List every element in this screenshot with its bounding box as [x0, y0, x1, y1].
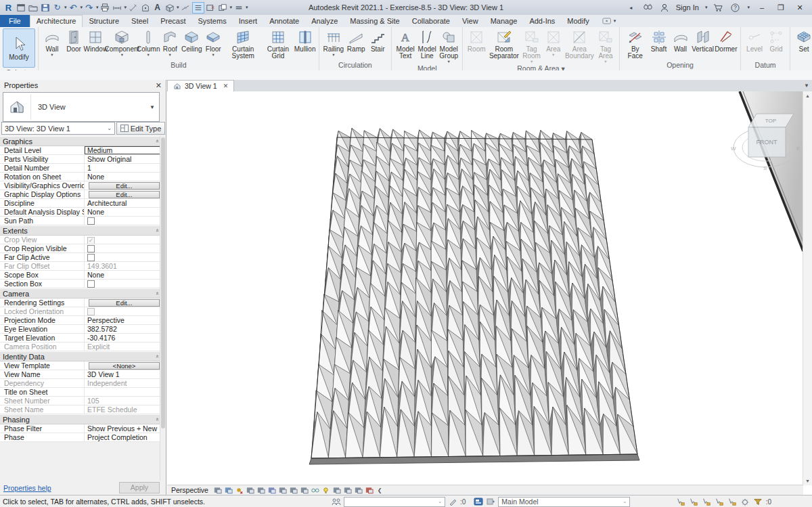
ribbon-tab-annotate[interactable]: Annotate [263, 15, 305, 27]
vertical-button[interactable]: Vertical [692, 28, 715, 53]
undo-dropdown-icon[interactable]: ▾ [81, 5, 83, 10]
properties-palette-header[interactable]: Properties ✕ [0, 80, 166, 91]
section-header-graphics[interactable]: Graphics« [0, 136, 161, 146]
view-scale-perspective[interactable]: Perspective [171, 486, 208, 494]
checkbox-far-clip-active[interactable] [87, 254, 95, 261]
show-crop-region-icon[interactable] [289, 486, 298, 494]
ribbon-tab-view[interactable]: View [456, 15, 484, 27]
stair-button[interactable]: Stair [367, 28, 388, 53]
ribbon-tab-file[interactable]: File [0, 15, 30, 27]
column-dropdown-icon[interactable]: ▾ [148, 53, 150, 57]
save-icon[interactable] [39, 1, 51, 14]
tag-by-category-icon[interactable] [139, 1, 151, 14]
crop-view-icon[interactable] [278, 486, 287, 494]
property-value[interactable] [85, 388, 161, 396]
sync-with-central-dropdown-icon[interactable]: ▾ [64, 5, 67, 10]
lighting-icon[interactable] [246, 486, 254, 494]
view-tab-list-icon[interactable]: ▼ [804, 80, 809, 91]
reveal-constraints-icon[interactable] [365, 486, 374, 494]
dormer-button[interactable]: Dormer [715, 28, 738, 53]
close-button[interactable]: ✕ [793, 3, 807, 12]
model-group-button[interactable]: Model Group▾ [438, 28, 459, 64]
wall-dropdown-icon[interactable]: ▾ [51, 53, 53, 57]
search-collapse-icon[interactable]: ◂ [625, 1, 637, 14]
ribbon-tab-systems[interactable]: Systems [191, 15, 232, 27]
customize-quick-access-toolbar-dropdown-icon[interactable]: ▾ [246, 5, 248, 10]
scroll-down-icon[interactable]: ▼ [803, 477, 812, 485]
properties-scrollbar[interactable] [160, 136, 166, 481]
edit-type-button[interactable]: Edit Type [116, 122, 165, 135]
edit-button[interactable]: Edit... [89, 191, 160, 198]
ribbon-tab-manage[interactable]: Manage [484, 15, 524, 27]
search-icon[interactable] [642, 1, 654, 14]
section-collapse-icon[interactable]: « [154, 355, 160, 357]
room-separator-button[interactable]: Room Separator [487, 28, 520, 60]
property-value[interactable] [85, 307, 161, 315]
edit-button[interactable]: Edit... [89, 182, 160, 190]
control-bar-collapse-icon[interactable]: ❮ [378, 487, 382, 493]
property-value[interactable]: ✓ [85, 236, 161, 244]
ribbon-tab-analyze[interactable]: Analyze [305, 15, 344, 27]
recent-documents-icon[interactable] [15, 1, 26, 14]
tag-area-dropdown-icon[interactable]: ▾ [604, 60, 606, 64]
render-icon[interactable] [267, 486, 276, 494]
wall-button[interactable]: Wall▾ [41, 28, 63, 57]
property-value[interactable] [85, 217, 161, 225]
drag-elements-on-selection-icon[interactable] [727, 498, 737, 506]
property-value[interactable]: Show Original [85, 155, 161, 163]
property-value[interactable]: Edit... [85, 299, 161, 307]
undo-icon[interactable]: ↶ [68, 1, 79, 14]
property-value[interactable]: None [85, 271, 161, 279]
property-value[interactable]: None [85, 173, 161, 181]
worksharing-display-icon[interactable] [332, 486, 341, 494]
railing-button[interactable]: Railing▾ [322, 28, 346, 57]
property-value[interactable]: Project Completion [85, 433, 161, 441]
edit-button[interactable]: Edit... [89, 299, 160, 307]
visual-style-icon[interactable] [224, 486, 233, 494]
minimize-button[interactable]: – [755, 3, 769, 12]
checkbox-crop-region-visible[interactable] [87, 245, 95, 252]
section-header-extents[interactable]: Extents« [0, 225, 161, 236]
ribbon-tab-add-ins[interactable]: Add-Ins [523, 15, 561, 27]
type-selector-dropdown-icon[interactable]: ▼ [150, 104, 155, 110]
switch-windows-dropdown-icon[interactable]: ▾ [230, 5, 233, 10]
switch-windows-icon[interactable] [217, 1, 229, 14]
property-value[interactable]: Independent [85, 379, 161, 387]
sign-in-dropdown-icon[interactable]: ▾ [705, 5, 708, 10]
set-button[interactable]: Set [793, 28, 812, 53]
shaft-button[interactable]: Shaft [648, 28, 670, 53]
area-dropdown-icon[interactable]: ▾ [552, 53, 554, 57]
help-icon[interactable]: ? [729, 1, 741, 14]
print-icon[interactable] [99, 1, 111, 14]
curtain-system-button[interactable]: Curtain System [224, 28, 262, 60]
modify-button[interactable]: Modify [3, 28, 35, 68]
3d-model-etfe-panel-surface[interactable]: W E S TOP FRONT [167, 91, 803, 485]
reveal-hidden-elements-icon[interactable] [321, 486, 330, 494]
shadows-icon[interactable] [256, 486, 265, 494]
revit-logo-icon[interactable]: R [3, 1, 14, 14]
text-note-icon[interactable]: A [152, 1, 163, 14]
ribbon-tab-massing-site[interactable]: Massing & Site [344, 15, 405, 27]
floor-dropdown-icon[interactable]: ▾ [212, 53, 215, 57]
close-inactive-windows-icon[interactable] [205, 1, 217, 14]
sync-with-central-icon[interactable]: ↻ [51, 1, 63, 14]
section-collapse-icon[interactable]: « [154, 418, 160, 420]
view-tab-3d-view-1[interactable]: 3D View 1 ✕ [167, 80, 234, 91]
property-value[interactable] [85, 253, 161, 261]
property-value[interactable]: 105 [85, 397, 161, 405]
ribbon-tab-insert[interactable]: Insert [233, 15, 264, 27]
customize-quick-access-toolbar-icon[interactable] [233, 1, 244, 14]
property-value[interactable]: 149.3601 [85, 262, 161, 270]
window-button[interactable]: Window [85, 28, 107, 53]
component-button[interactable]: Component▾ [107, 28, 138, 57]
section-header-camera[interactable]: Camera« [0, 288, 161, 299]
app-store-cart-icon[interactable] [713, 1, 724, 14]
door-button[interactable]: Door [63, 28, 85, 53]
locked-3d-view-icon[interactable] [300, 486, 309, 494]
apply-button[interactable]: Apply [119, 482, 160, 493]
property-value[interactable]: Architectural [85, 199, 161, 207]
redo-dropdown-icon[interactable]: ▾ [96, 5, 99, 10]
size-crop-icon[interactable] [213, 486, 222, 494]
property-value[interactable]: None [85, 208, 161, 216]
property-value[interactable]: 382.5782 [85, 325, 161, 333]
